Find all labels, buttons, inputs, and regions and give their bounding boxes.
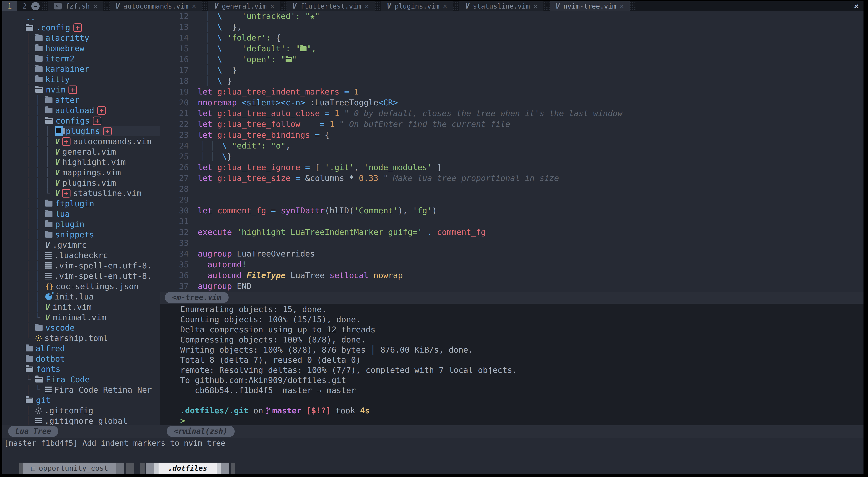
tree-item-label: statusline.vim [73, 188, 142, 199]
tmux-window-opportunity-cost[interactable]: □opportunity_cost [23, 463, 116, 474]
tree-indent-guide: │ │ [26, 105, 45, 116]
terminal-output-line: remote: Resolving deltas: 100% (7/7), co… [180, 365, 864, 375]
tab-close-icon[interactable]: × [270, 2, 274, 10]
tree-item-Fira Code Retina Ner[interactable]: │ └ Fira Code Retina Ner [2, 385, 160, 395]
tree-item-.vim-spell-en.utf-8.[interactable]: │ │ .vim-spell-en.utf-8. [2, 271, 160, 281]
tab-close-icon[interactable]: × [365, 2, 369, 10]
empty-band [2, 448, 864, 463]
tab-close-icon[interactable]: × [192, 2, 196, 10]
tree-item-..[interactable]: .. [2, 12, 160, 23]
folder-open-icon [35, 377, 43, 382]
tree-indent-guide: │ │ [26, 209, 45, 219]
tree-item-after[interactable]: │ │ after [2, 95, 160, 105]
tree-item-plugin[interactable]: │ │ plugin [2, 219, 160, 230]
tree-indent-guide: │ │ [26, 230, 45, 240]
tree-item-highlight.vim[interactable]: │ │ │ Vhighlight.vim [2, 157, 160, 167]
tree-indent-guide: │ │ │ [26, 167, 55, 178]
vim-file-icon: V [55, 167, 59, 178]
code-line: 24 ▏ ▏ \ "edit": "o", [160, 140, 864, 151]
code-line: 26let g:lua_tree_ignore = [ '.git', 'nod… [160, 162, 864, 173]
tree-item-ftplugin[interactable]: │ │ ftplugin [2, 199, 160, 209]
tree-item-iterm2[interactable]: │ iterm2 [2, 54, 160, 64]
tab-plugins.vim[interactable]: Vplugins.vim× [381, 1, 453, 11]
line-number: 18 [160, 76, 198, 87]
tab-close-icon[interactable]: × [620, 2, 624, 10]
tree-item-kitty[interactable]: │ kitty [2, 74, 160, 84]
tree-item-lua[interactable]: │ │ lua [2, 209, 160, 219]
code-editor[interactable]: 12 ▏ \ 'untracked': "★"13 ▏ \ },14 ▏ \ '… [160, 11, 864, 292]
tree-item-minimal.vim[interactable]: │ └ Vminimal.vim [2, 312, 160, 322]
tree-item-coc-settings.json[interactable]: │ │ {}coc-settings.json [2, 281, 160, 292]
tab-list: fzf.sh×Vautocommands.vim×Vgeneral.vim×Vf… [42, 1, 636, 11]
tree-item-.gitignore_global[interactable]: │ .gitignore_global [2, 416, 160, 425]
vim-file-icon: V [55, 157, 59, 167]
tree-item-homebrew[interactable]: │ homebrew [2, 43, 160, 54]
tab-nvim-tree.vim[interactable]: Vnvim-tree.vim× [550, 1, 630, 11]
folder-icon [45, 97, 53, 103]
tree-item-label: Fira Code Retina Ner [54, 385, 152, 395]
folder-icon [35, 35, 42, 41]
tree-item-alfred[interactable]: alfred [2, 343, 160, 354]
json-icon: {} [45, 281, 53, 292]
tree-item-git[interactable]: git [2, 395, 160, 405]
tree-item-plugins[interactable]: │ │ │ plugins+ [2, 126, 160, 136]
tree-item-label: vscode [45, 322, 74, 333]
folder-icon [35, 325, 42, 331]
tmux-pane-2[interactable]: 2 [23, 1, 27, 11]
tab-close-icon[interactable]: × [93, 2, 97, 10]
tree-item-.gvimrc[interactable]: │ │ V.gvimrc [2, 240, 160, 250]
tree-indent-guide: │ │ [26, 250, 45, 261]
terminal-output-line: Enumerating objects: 15, done. [180, 304, 864, 314]
tab-statusline.vim[interactable]: Vstatusline.vim× [459, 1, 544, 11]
tab-autocommands.vim[interactable]: Vautocommands.vim× [110, 1, 202, 11]
code-line: 31 [160, 216, 864, 227]
tree-indent-guide: │ │ │ [26, 178, 55, 188]
tree-item-.luacheckrc[interactable]: │ │ .luacheckrc [2, 250, 160, 261]
tree-item-fonts[interactable]: fonts [2, 364, 160, 374]
tree-item-.gitconfig[interactable]: │ .gitconfig [2, 405, 160, 416]
tree-item-init.vim[interactable]: │ │ Vinit.vim [2, 302, 160, 312]
tab-close-icon[interactable]: × [533, 2, 537, 10]
tmux-window-dotfiles[interactable]: .dotfiles [159, 463, 216, 474]
close-all-icon[interactable]: × [849, 1, 864, 11]
folder-icon [35, 56, 42, 62]
tab-fluttertest.vim[interactable]: Vfluttertest.vim× [286, 1, 375, 11]
tree-item-dotbot[interactable]: dotbot [2, 354, 160, 364]
tree-indent-guide: │ [26, 54, 35, 64]
tab-separator [202, 1, 208, 11]
tree-item-general.vim[interactable]: │ │ │ Vgeneral.vim [2, 147, 160, 157]
back-arrow-icon[interactable]: ← [31, 2, 40, 10]
tree-item-vscode[interactable]: │ vscode [2, 322, 160, 333]
tree-item-alacritty[interactable]: │ alacritty [2, 33, 160, 43]
tree-item-label: Fira Code [46, 374, 90, 385]
tree-item-starship.toml[interactable]: └ starship.toml [2, 333, 160, 343]
tree-item-autocommands.vim[interactable]: │ │ │ V+autocommands.vim [2, 136, 160, 147]
tree-item-init.lua[interactable]: │ │ init.lua [2, 292, 160, 302]
tmux-pane-1[interactable]: 1 [2, 1, 17, 11]
tree-statusline-pill: Lua Tree [8, 426, 58, 437]
tree-indent-guide: │ │ [26, 281, 45, 292]
tree-item-mappings.vim[interactable]: │ │ │ Vmappings.vim [2, 167, 160, 178]
tree-item-autoload[interactable]: │ │ autoload+ [2, 105, 160, 116]
tab-separator [630, 1, 636, 11]
terminal-split[interactable]: Enumerating objects: 15, done.Counting o… [160, 304, 864, 425]
tree-item-Fira Code[interactable]: └ Fira Code [2, 374, 160, 385]
tree-item-configs[interactable]: │ │ configs+ [2, 116, 160, 126]
tab-fzf.sh[interactable]: fzf.sh× [48, 1, 103, 11]
file-tree-sidebar[interactable]: ...config+│ alacritty│ homebrew│ iterm2│… [2, 11, 160, 425]
tree-item-statusline.vim[interactable]: │ │ └ V+statusline.vim [2, 188, 160, 199]
tree-item-nvim[interactable]: │ nvim+ [2, 84, 160, 95]
tree-indent-guide: │ └ [26, 385, 45, 395]
terminal-output-line: Total 8 (delta 7), reused 0 (delta 0) [180, 355, 864, 365]
tree-item-snippets[interactable]: │ │ snippets [2, 230, 160, 240]
tab-close-icon[interactable]: × [443, 2, 447, 10]
tree-item-.vim-spell-en.utf-8.[interactable]: │ │ .vim-spell-en.utf-8. [2, 261, 160, 271]
tree-item-plugins.vim[interactable]: │ │ │ Vplugins.vim [2, 178, 160, 188]
tree-item-label: nvim [46, 84, 65, 95]
tab-general.vim[interactable]: Vgeneral.vim× [208, 1, 280, 11]
tree-item-label: karabiner [45, 64, 89, 74]
tree-item-label: dotbot [36, 354, 65, 364]
tree-item-karabiner[interactable]: │ karabiner [2, 64, 160, 74]
tree-item-.config[interactable]: .config+ [2, 23, 160, 33]
tree-item-label: plugins [66, 126, 100, 136]
